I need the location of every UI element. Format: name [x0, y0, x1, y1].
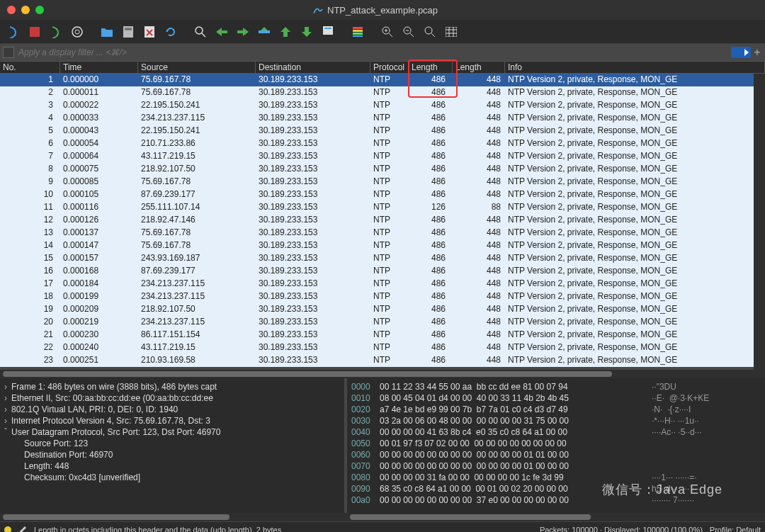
go-back-icon[interactable] — [212, 23, 231, 41]
bytes-hscroll[interactable] — [347, 513, 765, 521]
display-filter-bar: + — [0, 44, 765, 61]
start-capture-icon[interactable] — [4, 23, 23, 41]
zoom-window-icon[interactable] — [35, 6, 44, 14]
auto-scroll-icon[interactable] — [319, 23, 337, 41]
hex-row[interactable]: 008000 00 00 00 31 fa 00 00 00 00 00 00 … — [351, 472, 761, 483]
col-source[interactable]: Source — [138, 62, 256, 73]
svg-rect-13 — [353, 35, 363, 37]
packet-row[interactable]: 120.000126218.92.47.14630.189.233.153NTP… — [0, 214, 754, 227]
hex-row[interactable]: 007000 00 00 00 00 00 00 00 00 00 00 00 … — [351, 460, 761, 472]
col-length-1[interactable]: Length — [409, 62, 453, 73]
reload-icon[interactable] — [162, 23, 180, 41]
packet-row[interactable]: 50.00004322.195.150.24130.189.233.153NTP… — [0, 125, 754, 137]
status-profile[interactable]: Profile: Default — [710, 526, 761, 533]
col-destination[interactable]: Destination — [256, 62, 370, 73]
tree-item[interactable]: ˇUser Datagram Protocol, Src Port: 123, … — [4, 426, 340, 438]
tree-item[interactable]: Checksum: 0xc4d3 [unverified] — [4, 472, 340, 483]
tree-item[interactable]: Destination Port: 46970 — [4, 449, 340, 460]
col-time[interactable]: Time — [60, 62, 138, 73]
packet-list-scrollbar[interactable] — [754, 74, 765, 370]
edit-icon[interactable] — [18, 526, 27, 533]
packet-row[interactable]: 30.00002222.195.150.24130.189.233.153NTP… — [0, 99, 754, 112]
bookmark-filter-icon[interactable] — [3, 47, 14, 58]
hex-row[interactable]: 006000 00 00 00 00 00 00 00 00 00 00 00 … — [351, 449, 761, 460]
packet-row[interactable]: 230.000251210.93.169.5830.189.233.153NTP… — [0, 354, 754, 367]
packet-row[interactable]: 220.00024043.117.219.1530.189.233.153NTP… — [0, 341, 754, 354]
zoom-reset-icon[interactable] — [421, 23, 439, 41]
tree-item[interactable]: Length: 448 — [4, 460, 340, 472]
packet-row[interactable]: 90.00008575.69.167.7830.189.233.153NTP48… — [0, 176, 754, 188]
minimize-window-icon[interactable] — [21, 6, 30, 14]
apply-filter-button[interactable] — [731, 47, 751, 58]
packet-row[interactable]: 40.000033234.213.237.11530.189.233.153NT… — [0, 112, 754, 125]
go-to-packet-icon[interactable] — [255, 23, 273, 41]
svg-rect-0 — [30, 27, 40, 37]
resize-columns-icon[interactable] — [442, 23, 460, 41]
svg-point-2 — [75, 30, 79, 34]
packet-list-hscroll[interactable] — [0, 370, 765, 378]
hex-row[interactable]: 004000 00 00 00 41 63 8b c4 e0 35 c0 c8 … — [351, 426, 761, 438]
hex-row[interactable]: 000000 11 22 33 44 55 00 aa bb cc dd ee … — [351, 381, 761, 392]
save-file-icon[interactable] — [119, 23, 137, 41]
colorize-icon[interactable] — [348, 23, 367, 41]
packet-list-header[interactable]: No. Time Source Destination Protocol Len… — [0, 61, 765, 74]
packet-row[interactable]: 160.00016887.69.239.17730.189.233.153NTP… — [0, 265, 754, 278]
packet-row[interactable]: 60.000054210.71.233.8630.189.233.153NTP4… — [0, 137, 754, 150]
packet-row[interactable]: 150.000157243.93.169.18730.189.233.153NT… — [0, 252, 754, 265]
open-file-icon[interactable] — [98, 23, 116, 41]
details-hscroll[interactable] — [0, 513, 347, 521]
tree-item[interactable]: ›Internet Protocol Version 4, Src: 75.69… — [4, 415, 340, 426]
packet-row[interactable]: 190.000209218.92.107.5030.189.233.153NTP… — [0, 303, 754, 316]
packet-row[interactable]: 200.000219234.213.237.11530.189.233.153N… — [0, 316, 754, 329]
packet-row[interactable]: 140.00014775.69.167.7830.189.233.153NTP4… — [0, 239, 754, 252]
tree-item[interactable]: Source Port: 123 — [4, 438, 340, 449]
packet-row[interactable]: 100.00010587.69.239.17730.189.233.153NTP… — [0, 188, 754, 201]
packet-row[interactable]: 180.000199234.213.237.11530.189.233.153N… — [0, 290, 754, 303]
packet-row[interactable]: 110.000116255.111.107.1430.189.233.153NT… — [0, 201, 754, 214]
window-controls — [7, 6, 44, 14]
packet-bytes-pane[interactable]: 000000 11 22 33 44 55 00 aa bb cc dd ee … — [347, 378, 765, 513]
hex-row[interactable]: 001008 00 45 04 01 d4 00 00 40 00 33 11 … — [351, 392, 761, 404]
go-last-icon[interactable] — [298, 23, 316, 41]
tree-item[interactable]: ›Ethernet II, Src: 00:aa:bb:cc:dd:ee (00… — [4, 392, 340, 404]
packet-row[interactable]: 170.000184234.213.237.11530.189.233.153N… — [0, 278, 754, 290]
col-protocol[interactable]: Protocol — [370, 62, 409, 73]
zoom-out-icon[interactable] — [400, 23, 418, 41]
find-packet-icon[interactable] — [191, 23, 210, 41]
packet-row[interactable]: 80.000075218.92.107.5030.189.233.153NTP4… — [0, 163, 754, 176]
packet-row[interactable]: 210.00023086.117.151.15430.189.233.153NT… — [0, 329, 754, 341]
expert-info-icon[interactable] — [4, 526, 11, 533]
packet-row[interactable]: 70.00006443.117.219.1530.189.233.153NTP4… — [0, 150, 754, 163]
svg-point-1 — [72, 27, 82, 37]
zoom-in-icon[interactable] — [378, 23, 397, 41]
hex-row[interactable]: 003003 2a 00 06 00 48 00 00 00 00 00 00 … — [351, 415, 761, 426]
go-forward-icon[interactable] — [234, 23, 252, 41]
add-filter-button[interactable]: + — [752, 46, 762, 59]
packet-row[interactable]: 10.00000075.69.167.7830.189.233.153NTP48… — [0, 74, 754, 86]
packet-details-pane[interactable]: ›Frame 1: 486 bytes on wire (3888 bits),… — [0, 378, 347, 513]
hex-row[interactable]: 00a000 00 00 00 00 00 00 00 37 e0 00 00 … — [351, 494, 761, 506]
packet-row[interactable]: 20.00001175.69.167.7830.189.233.153NTP48… — [0, 86, 754, 99]
main-toolbar — [0, 20, 765, 44]
col-info[interactable]: Info — [505, 62, 765, 73]
close-window-icon[interactable] — [7, 6, 16, 14]
window-titlebar: NTP_attack_example.pcap — [0, 0, 765, 20]
options-icon[interactable] — [68, 23, 86, 41]
restart-capture-icon[interactable] — [47, 23, 65, 41]
go-first-icon[interactable] — [276, 23, 295, 41]
svg-rect-10 — [353, 27, 363, 29]
display-filter-input[interactable] — [14, 47, 731, 57]
stop-capture-icon[interactable] — [26, 23, 44, 41]
tree-item[interactable]: ›802.1Q Virtual LAN, PRI: 0, DEI: 0, ID:… — [4, 404, 340, 415]
tree-item[interactable]: ›Frame 1: 486 bytes on wire (3888 bits),… — [4, 381, 340, 392]
hex-row[interactable]: 005000 01 97 f3 07 02 00 00 00 00 00 00 … — [351, 438, 761, 449]
hex-row[interactable]: 0020a7 4e 1e bd e9 99 00 7b b7 7a 01 c0 … — [351, 404, 761, 415]
close-file-icon[interactable] — [140, 23, 159, 41]
packet-row[interactable]: 130.00013775.69.167.7830.189.233.153NTP4… — [0, 227, 754, 239]
svg-point-16 — [425, 27, 432, 34]
col-length-2[interactable]: Length — [453, 62, 505, 73]
svg-rect-4 — [125, 28, 132, 30]
packet-list[interactable]: 10.00000075.69.167.7830.189.233.153NTP48… — [0, 74, 754, 370]
col-no[interactable]: No. — [0, 62, 60, 73]
hex-row[interactable]: 009068 35 c0 c8 64 a1 00 00 00 01 00 02 … — [351, 483, 761, 494]
